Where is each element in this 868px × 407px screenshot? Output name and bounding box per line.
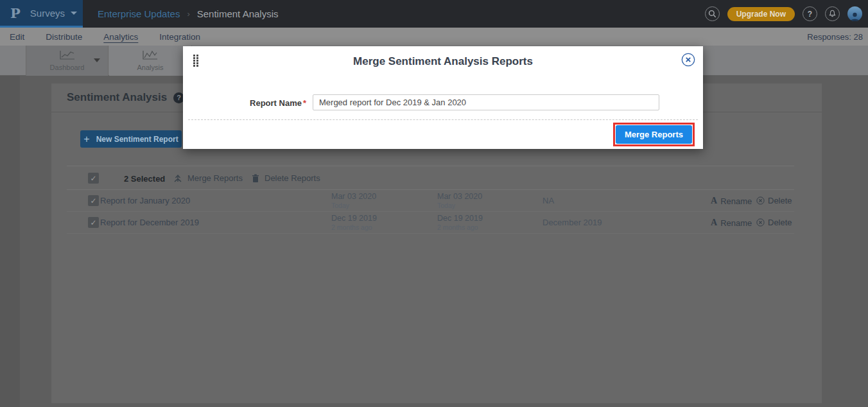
toolbar-tab-label: Analysis — [109, 64, 191, 71]
tab-analytics[interactable]: Analytics — [103, 32, 138, 42]
delete-action[interactable]: Delete — [756, 218, 792, 227]
toolbar-tab-analysis[interactable]: Analysis — [109, 46, 192, 76]
tab-integration[interactable]: Integration — [159, 32, 200, 42]
search-icon — [708, 10, 716, 18]
top-bar: P Surveys Enterprise Updates › Sentiment… — [0, 0, 868, 28]
trash-icon — [252, 174, 259, 183]
rename-icon: A — [711, 218, 717, 228]
report-name-label: Report Name* — [183, 98, 306, 108]
zigzag-chart-icon — [142, 49, 159, 60]
close-icon — [681, 53, 695, 67]
survey-nav: Edit Distribute Analytics Integration Re… — [0, 28, 868, 46]
chevron-down-icon[interactable] — [94, 58, 100, 62]
created-relative: Today — [331, 202, 349, 209]
question-mark-icon: ? — [808, 10, 812, 19]
new-report-label: New Sentiment Report — [96, 135, 178, 144]
topbar-actions: Upgrade Now ? — [705, 0, 862, 28]
report-name-link[interactable]: Report for January 2020 — [100, 190, 190, 212]
question-mark-icon: ? — [177, 94, 181, 101]
row-checkbox[interactable]: ✓ — [88, 195, 99, 206]
circle-x-icon — [756, 196, 765, 205]
tab-distribute[interactable]: Distribute — [46, 32, 82, 42]
search-button[interactable] — [705, 6, 720, 21]
merge-reports-label: Merge Reports — [187, 173, 243, 183]
notifications-button[interactable] — [825, 6, 840, 21]
tab-edit[interactable]: Edit — [10, 32, 24, 42]
report-name-input[interactable] — [313, 94, 659, 110]
rename-label: Rename — [720, 196, 752, 206]
row-checkbox[interactable]: ✓ — [88, 217, 99, 228]
report-period: NA — [542, 190, 554, 212]
check-icon: ✓ — [90, 218, 96, 227]
modified-date-cell: Mar 03 2020 Today — [437, 192, 482, 210]
report-name-label-text: Report Name — [250, 98, 302, 108]
merge-icon — [173, 173, 182, 183]
modified-relative: 2 months ago — [437, 223, 478, 231]
line-chart-icon — [59, 49, 76, 60]
merge-reports-modal: Merge Sentiment Analysis Reports Report … — [183, 46, 703, 149]
modified-date: Dec 19 2019 — [437, 214, 483, 223]
rename-icon: A — [711, 196, 717, 206]
delete-reports-label: Delete Reports — [265, 173, 320, 183]
delete-reports-action[interactable]: Delete Reports — [252, 173, 320, 183]
toolbar-tab-dashboard[interactable]: Dashboard — [26, 46, 108, 76]
user-avatar[interactable] — [847, 6, 862, 21]
rename-label: Rename — [720, 218, 752, 228]
report-name-link[interactable]: Report for December 2019 — [100, 212, 199, 234]
table-row: ✓ Report for December 2019 Dec 19 2019 2… — [67, 212, 794, 234]
new-sentiment-report-button[interactable]: + New Sentiment Report — [80, 130, 182, 148]
product-name: Surveys — [30, 8, 65, 19]
check-icon: ✓ — [90, 174, 96, 183]
plus-icon: + — [83, 134, 89, 145]
required-marker: * — [303, 98, 306, 108]
table-row: ✓ Report for January 2020 Mar 03 2020 To… — [67, 190, 794, 212]
toolbar-tab-label: Dashboard — [26, 64, 108, 71]
delete-label: Delete — [768, 218, 792, 227]
action-highlight-box: Merge Reports — [613, 123, 695, 146]
merge-reports-button[interactable]: Merge Reports — [616, 125, 692, 144]
reports-table: ✓ 2 Selected Merge Reports — [67, 166, 794, 234]
created-date: Mar 03 2020 — [331, 192, 376, 201]
bell-icon — [828, 10, 837, 18]
modified-date: Mar 03 2020 — [437, 192, 482, 201]
selection-action-bar: ✓ 2 Selected Merge Reports — [67, 166, 794, 190]
created-date-cell: Dec 19 2019 2 months ago — [331, 214, 377, 232]
breadcrumb-survey-link[interactable]: Enterprise Updates — [98, 8, 180, 19]
chevron-down-icon — [71, 12, 77, 15]
breadcrumb: Enterprise Updates › Sentiment Analysis — [98, 0, 278, 28]
rename-action[interactable]: A Rename — [711, 196, 752, 206]
check-icon: ✓ — [90, 196, 96, 205]
created-date: Dec 19 2019 — [331, 214, 377, 223]
footer-divider — [188, 119, 698, 120]
merge-reports-action[interactable]: Merge Reports — [173, 173, 243, 183]
rename-action[interactable]: A Rename — [711, 218, 752, 228]
modified-date-cell: Dec 19 2019 2 months ago — [437, 214, 483, 232]
responses-count: Responses: 28 — [807, 32, 868, 42]
modified-relative: Today — [437, 202, 455, 209]
report-period: December 2019 — [542, 212, 602, 234]
circle-x-icon — [756, 218, 765, 227]
left-gutter — [0, 76, 20, 407]
selected-count: 2 Selected — [124, 174, 165, 184]
help-button[interactable]: ? — [803, 6, 817, 21]
created-relative: 2 months ago — [331, 223, 372, 231]
page-title: Sentiment Analysis — [67, 91, 167, 104]
delete-action[interactable]: Delete — [756, 196, 792, 205]
person-icon — [849, 12, 860, 21]
created-date-cell: Mar 03 2020 Today — [331, 192, 376, 210]
breadcrumb-separator-icon: › — [187, 9, 189, 19]
select-all-checkbox[interactable]: ✓ — [88, 173, 99, 184]
brand-logo-icon: P — [10, 5, 21, 21]
breadcrumb-current-page: Sentiment Analysis — [197, 8, 279, 19]
upgrade-now-button[interactable]: Upgrade Now — [727, 7, 795, 21]
modal-close-button[interactable] — [681, 53, 695, 69]
modal-title: Merge Sentiment Analysis Reports — [183, 46, 703, 68]
delete-label: Delete — [768, 196, 792, 205]
product-switcher[interactable]: P Surveys — [0, 0, 83, 28]
drag-handle-icon[interactable] — [193, 54, 199, 66]
